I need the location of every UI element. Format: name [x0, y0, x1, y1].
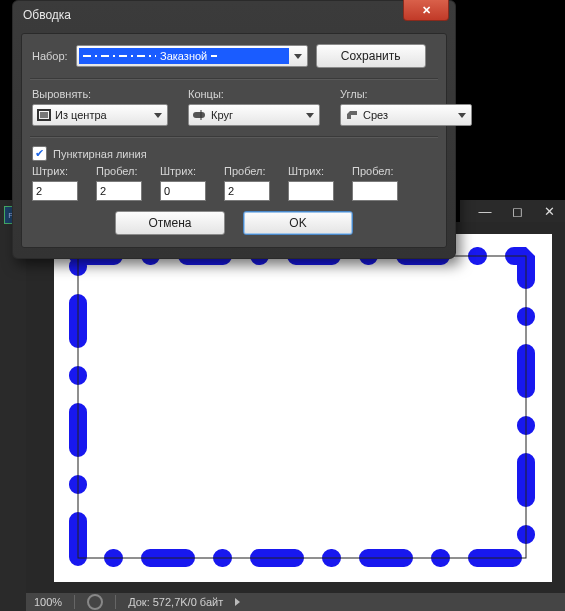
gap1-label: Пробел:: [96, 165, 142, 177]
svg-rect-0: [78, 256, 526, 558]
svg-rect-1: [78, 256, 526, 558]
dash2-input[interactable]: 0: [160, 181, 206, 201]
status-bar: 100% Док: 572,7K/0 байт: [26, 593, 565, 611]
corners-select[interactable]: Срез: [340, 104, 472, 126]
dialog-body: Набор: Заказной Сохранить Выровнять: Из …: [21, 33, 447, 248]
preset-select[interactable]: Заказной: [76, 45, 308, 67]
corners-value: Срез: [363, 109, 388, 121]
dialog-titlebar[interactable]: Обводка ✕: [13, 1, 455, 29]
dash1-label: Штрих:: [32, 165, 78, 177]
doc-size-readout: Док: 572,7K/0 байт: [128, 596, 223, 608]
corner-bevel-icon: [345, 109, 359, 121]
app-left-strip: Ps: [0, 200, 26, 611]
stroke-dialog: Обводка ✕ Набор: Заказной Сохранить Выро…: [12, 0, 456, 259]
gap3-input[interactable]: [352, 181, 398, 201]
align-center-icon: [37, 109, 51, 121]
dash3-input[interactable]: [288, 181, 334, 201]
save-button[interactable]: Сохранить: [316, 44, 426, 68]
svg-rect-3: [40, 112, 48, 118]
preset-label: Набор:: [32, 50, 68, 62]
status-ring-icon: [87, 594, 103, 610]
gap1-input[interactable]: 2: [96, 181, 142, 201]
zoom-level[interactable]: 100%: [34, 596, 62, 608]
caps-select[interactable]: Круг: [188, 104, 320, 126]
dash1-input[interactable]: 2: [32, 181, 78, 201]
dashed-rectangle-shape: [62, 242, 544, 574]
align-select[interactable]: Из центра: [32, 104, 168, 126]
dashed-label: Пунктирная линия: [53, 148, 147, 160]
status-flyout-icon[interactable]: [235, 598, 240, 606]
app-close-button[interactable]: ✕: [533, 200, 565, 222]
corners-label: Углы:: [340, 88, 472, 100]
app-window-controls: — ◻ ✕: [460, 200, 565, 222]
dash3-label: Штрих:: [288, 165, 334, 177]
gap2-input[interactable]: 2: [224, 181, 270, 201]
close-icon: ✕: [422, 4, 431, 17]
maximize-button[interactable]: ◻: [501, 200, 533, 222]
dialog-title: Обводка: [23, 8, 71, 22]
dash2-label: Штрих:: [160, 165, 206, 177]
gap2-label: Пробел:: [224, 165, 270, 177]
svg-rect-4: [193, 112, 205, 118]
align-label: Выровнять:: [32, 88, 168, 100]
preset-value: Заказной: [156, 50, 211, 62]
canvas-area: [26, 222, 565, 593]
dashed-checkbox[interactable]: ✔: [32, 146, 47, 161]
align-value: Из центра: [55, 109, 107, 121]
gap3-label: Пробел:: [352, 165, 398, 177]
minimize-button[interactable]: —: [469, 200, 501, 222]
document[interactable]: [54, 234, 552, 582]
ok-button[interactable]: OK: [243, 211, 353, 235]
cap-round-icon: [193, 110, 207, 120]
dialog-close-button[interactable]: ✕: [403, 0, 449, 21]
caps-label: Концы:: [188, 88, 320, 100]
caps-value: Круг: [211, 109, 233, 121]
cancel-button[interactable]: Отмена: [115, 211, 225, 235]
